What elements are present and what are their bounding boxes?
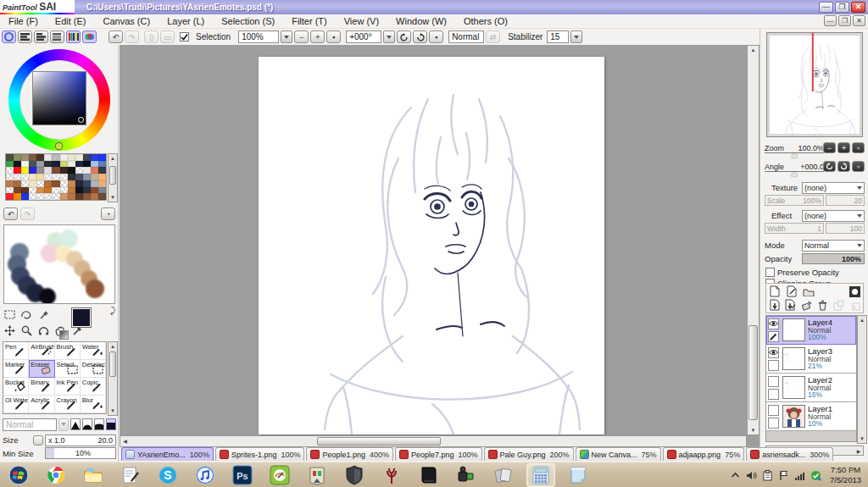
swatch[interactable] xyxy=(68,167,75,174)
swatch[interactable] xyxy=(98,180,106,187)
swatch[interactable] xyxy=(14,174,21,180)
tool-ol-wate[interactable]: Ol Wate xyxy=(3,396,29,413)
merge-down-button[interactable] xyxy=(784,299,797,312)
taskbar-itunes-icon[interactable] xyxy=(191,463,220,487)
sv-marker[interactable] xyxy=(78,117,84,123)
swatch[interactable] xyxy=(91,193,98,200)
layer-mask-button[interactable] xyxy=(848,285,861,298)
swatch[interactable] xyxy=(98,174,106,180)
swatch[interactable] xyxy=(44,161,52,168)
swatch[interactable] xyxy=(52,180,59,187)
swatch[interactable] xyxy=(60,154,68,161)
swatch[interactable] xyxy=(98,161,106,168)
layer-edit-indicator[interactable] xyxy=(768,418,779,429)
stabilizer-dropdown[interactable] xyxy=(570,30,582,43)
nav-zoom-in-button[interactable]: ＋ xyxy=(837,142,850,153)
doc-tab-yasrienemo-[interactable]: YAsrienEmo...100% xyxy=(121,447,214,461)
rect-select-tool[interactable] xyxy=(2,307,17,322)
size-preview-button[interactable] xyxy=(33,435,43,445)
swatch[interactable] xyxy=(44,187,52,194)
tray-network-icon[interactable] xyxy=(793,469,805,481)
undo-button[interactable]: ↶ xyxy=(108,30,123,43)
swatch[interactable] xyxy=(14,193,21,200)
redo-button[interactable]: ↷ xyxy=(125,30,139,43)
swatch[interactable] xyxy=(44,154,52,161)
foreground-color-chip[interactable] xyxy=(71,307,92,328)
selection-checkbox[interactable] xyxy=(180,32,189,42)
lasso-tool[interactable] xyxy=(19,307,34,322)
swatch-scrollbar[interactable]: ▲ ▼ xyxy=(108,153,118,202)
swatch[interactable] xyxy=(36,174,44,180)
tool-bucket[interactable]: Bucket xyxy=(3,378,29,396)
texture-select[interactable]: (none) xyxy=(802,182,865,194)
scratchpad-toggle[interactable] xyxy=(82,30,97,43)
nav-rotate-cw-button[interactable] xyxy=(837,161,850,172)
swatch[interactable] xyxy=(60,187,68,194)
swatch[interactable] xyxy=(21,167,29,174)
nav-zoom-out-button[interactable]: − xyxy=(823,142,836,153)
tool-acrylic[interactable]: Acrylic xyxy=(29,396,54,413)
menu-canvas[interactable]: Canvas (C) xyxy=(95,14,159,28)
nav-zoom-slider-handle[interactable] xyxy=(791,153,798,158)
min-size-slider[interactable]: 10% xyxy=(45,447,116,459)
nav-angle-reset-button[interactable]: ▫ xyxy=(852,161,865,172)
swatch[interactable] xyxy=(44,180,52,187)
swatch[interactable] xyxy=(36,167,44,174)
taskbar-castle-icon[interactable] xyxy=(303,463,331,487)
angle-dropdown[interactable] xyxy=(383,30,395,43)
nav-angle-slider-handle[interactable] xyxy=(791,172,798,176)
menu-edit[interactable]: Edit (E) xyxy=(47,14,95,28)
tray-volume-icon[interactable] xyxy=(745,469,757,481)
mixer-slider-toggle[interactable] xyxy=(50,30,64,43)
doc-tab-people1-png[interactable]: People1.png400% xyxy=(306,447,393,461)
swatch[interactable] xyxy=(29,167,36,174)
swatch[interactable] xyxy=(75,187,83,194)
flip-h-button[interactable]: ▯ xyxy=(144,30,159,43)
swatch[interactable] xyxy=(21,180,29,187)
tool-deselect[interactable]: Deselect xyxy=(81,360,106,378)
nav-rotate-ccw-button[interactable] xyxy=(823,161,836,172)
doc-tab-people7-png[interactable]: People7.png100% xyxy=(395,447,482,461)
swatch[interactable] xyxy=(75,174,83,180)
layer-mode-select[interactable]: Normal xyxy=(802,240,865,252)
layer-row-layer1[interactable]: Layer1 Normal 10% xyxy=(766,402,856,431)
navigator-thumbnail[interactable] xyxy=(766,32,863,137)
rotate-ccw-button[interactable] xyxy=(397,30,411,43)
doc-tab-new-canva-[interactable]: New Canva...75% xyxy=(576,447,661,461)
lower-layer-button[interactable] xyxy=(849,299,861,312)
swatch[interactable] xyxy=(36,193,44,200)
taskbar-sai-icon[interactable] xyxy=(265,463,294,487)
swatch[interactable] xyxy=(14,154,21,161)
transfer-down-button[interactable] xyxy=(768,299,781,312)
layer-visibility-toggle[interactable] xyxy=(768,347,779,358)
tool-water[interactable]: Water xyxy=(81,342,106,360)
tool-crayon[interactable]: Crayon xyxy=(55,396,81,413)
raise-layer-button[interactable] xyxy=(832,299,845,312)
swatch[interactable] xyxy=(44,167,52,174)
brush-shape-spike[interactable] xyxy=(70,418,81,430)
swatch-scroll-down[interactable]: ▼ xyxy=(109,194,116,201)
tool-pen[interactable]: Pen xyxy=(3,342,29,360)
swatch[interactable] xyxy=(36,187,44,194)
flip-v-button[interactable]: ▭ xyxy=(160,30,175,43)
swatch[interactable] xyxy=(6,187,14,194)
swatch[interactable] xyxy=(98,193,106,200)
canvas-vertical-scrollbar[interactable]: ▲ ▼ xyxy=(747,45,760,435)
swatch[interactable] xyxy=(14,187,21,194)
swatch[interactable] xyxy=(21,193,29,200)
rotate-reset-button[interactable]: ▪ xyxy=(429,30,443,43)
new-linework-layer-button[interactable] xyxy=(785,285,798,298)
layer-edit-indicator[interactable] xyxy=(768,331,779,342)
preserve-opacity-checkbox[interactable] xyxy=(765,268,775,277)
swatch[interactable] xyxy=(68,187,75,194)
swatch[interactable] xyxy=(52,167,59,174)
zoom-tool[interactable] xyxy=(19,324,34,338)
swatch[interactable] xyxy=(60,174,68,180)
taskbar-clock[interactable]: 7:50 PM 7/5/2013 xyxy=(830,465,865,485)
scratchpad-canvas[interactable] xyxy=(3,224,115,304)
rotate-cw-button[interactable] xyxy=(413,30,427,43)
menu-window[interactable]: Window (W) xyxy=(387,14,455,28)
swatch[interactable] xyxy=(6,161,14,168)
swatches-toggle[interactable] xyxy=(66,30,81,43)
swatch[interactable] xyxy=(6,154,14,161)
